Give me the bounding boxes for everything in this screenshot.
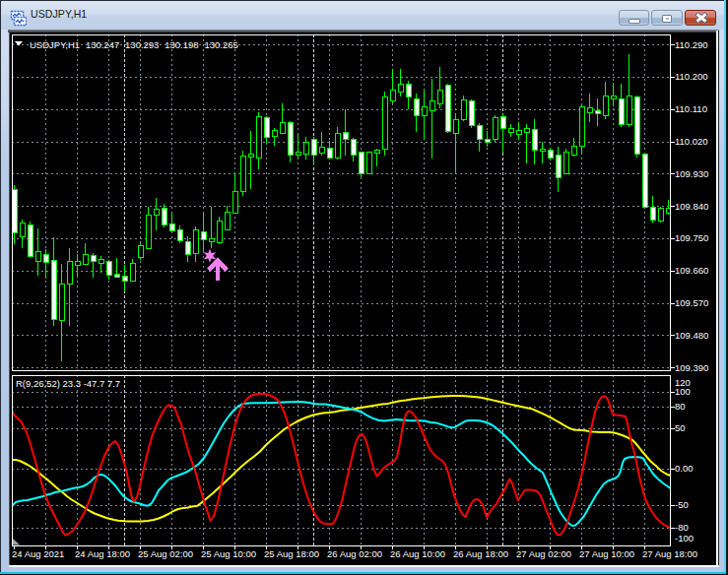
svg-text:110.020: 110.020: [675, 136, 708, 147]
svg-text:50: 50: [675, 422, 686, 433]
svg-text:109.840: 109.840: [675, 201, 708, 212]
svg-text:26 Aug 18:00: 26 Aug 18:00: [453, 548, 508, 559]
svg-text:100: 100: [675, 386, 691, 397]
svg-text:-50: -50: [675, 499, 689, 510]
svg-text:109.480: 109.480: [675, 330, 708, 341]
svg-text:27 Aug 10:00: 27 Aug 10:00: [579, 548, 634, 559]
svg-text:27 Aug 18:00: 27 Aug 18:00: [642, 548, 697, 559]
svg-text:0.00: 0.00: [675, 463, 694, 474]
svg-text:26 Aug 02:00: 26 Aug 02:00: [327, 548, 382, 559]
svg-text:R(9,26,52) 23.3 -47.7 7.7: R(9,26,52) 23.3 -47.7 7.7: [16, 378, 120, 389]
svg-text:109.660: 109.660: [675, 265, 708, 276]
svg-text:-80: -80: [675, 522, 689, 533]
svg-text:24 Aug 18:00: 24 Aug 18:00: [75, 548, 130, 559]
svg-text:80: 80: [675, 401, 686, 412]
svg-text:109.930: 109.930: [675, 168, 708, 179]
svg-text:25 Aug 02:00: 25 Aug 02:00: [138, 548, 193, 559]
svg-text:25 Aug 18:00: 25 Aug 18:00: [264, 548, 319, 559]
svg-text:110.290: 110.290: [675, 39, 708, 50]
svg-text:109.750: 109.750: [675, 232, 708, 243]
svg-text:26 Aug 10:00: 26 Aug 10:00: [390, 548, 445, 559]
svg-text:27 Aug 02:00: 27 Aug 02:00: [516, 548, 571, 559]
svg-text:-100: -100: [675, 533, 694, 543]
svg-text:USDJPY,H1 130.247 130.293 130.: USDJPY,H1 130.247 130.293 130.198 130.26…: [30, 39, 238, 50]
svg-text:24 Aug 2021: 24 Aug 2021: [12, 548, 64, 559]
svg-text:110.110: 110.110: [675, 103, 707, 114]
svg-text:109.570: 109.570: [675, 297, 708, 308]
svg-text:110.200: 110.200: [675, 71, 708, 82]
svg-text:25 Aug 10:00: 25 Aug 10:00: [201, 548, 256, 559]
svg-text:109.390: 109.390: [675, 362, 708, 373]
